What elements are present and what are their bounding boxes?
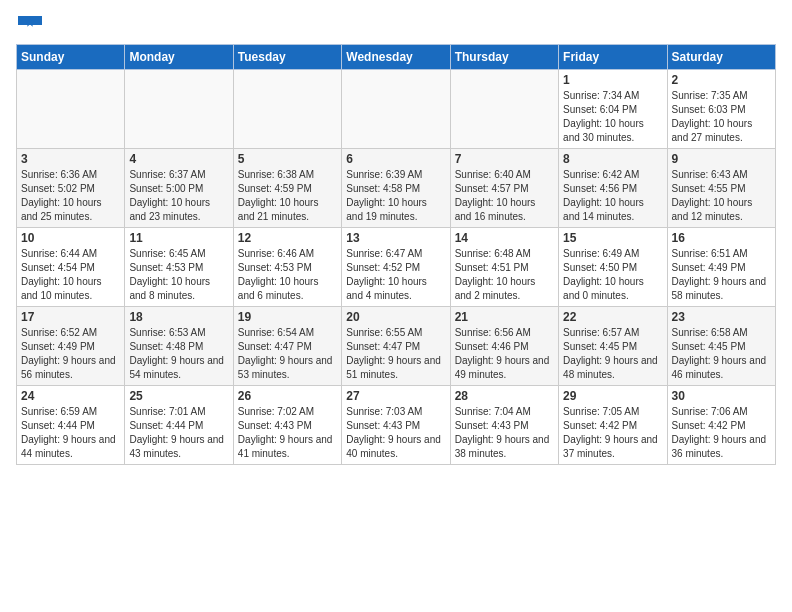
day-info: Sunrise: 6:48 AM Sunset: 4:51 PM Dayligh… [455,247,554,303]
day-info: Sunrise: 6:46 AM Sunset: 4:53 PM Dayligh… [238,247,337,303]
day-number: 25 [129,389,228,403]
calendar-cell: 27Sunrise: 7:03 AM Sunset: 4:43 PM Dayli… [342,386,450,465]
day-number: 26 [238,389,337,403]
week-row-1: 3Sunrise: 6:36 AM Sunset: 5:02 PM Daylig… [17,149,776,228]
day-number: 10 [21,231,120,245]
day-number: 17 [21,310,120,324]
day-number: 19 [238,310,337,324]
day-number: 20 [346,310,445,324]
day-number: 5 [238,152,337,166]
day-info: Sunrise: 6:58 AM Sunset: 4:45 PM Dayligh… [672,326,771,382]
day-info: Sunrise: 6:44 AM Sunset: 4:54 PM Dayligh… [21,247,120,303]
calendar-cell: 6Sunrise: 6:39 AM Sunset: 4:58 PM Daylig… [342,149,450,228]
calendar-cell: 9Sunrise: 6:43 AM Sunset: 4:55 PM Daylig… [667,149,775,228]
day-info: Sunrise: 6:47 AM Sunset: 4:52 PM Dayligh… [346,247,445,303]
weekday-header-sunday: Sunday [17,45,125,70]
day-number: 18 [129,310,228,324]
calendar-cell: 1Sunrise: 7:34 AM Sunset: 6:04 PM Daylig… [559,70,667,149]
calendar-cell [342,70,450,149]
day-info: Sunrise: 6:52 AM Sunset: 4:49 PM Dayligh… [21,326,120,382]
day-number: 27 [346,389,445,403]
calendar-cell: 17Sunrise: 6:52 AM Sunset: 4:49 PM Dayli… [17,307,125,386]
calendar-cell: 12Sunrise: 6:46 AM Sunset: 4:53 PM Dayli… [233,228,341,307]
day-number: 2 [672,73,771,87]
day-info: Sunrise: 7:02 AM Sunset: 4:43 PM Dayligh… [238,405,337,461]
day-info: Sunrise: 6:56 AM Sunset: 4:46 PM Dayligh… [455,326,554,382]
week-row-2: 10Sunrise: 6:44 AM Sunset: 4:54 PM Dayli… [17,228,776,307]
day-info: Sunrise: 6:49 AM Sunset: 4:50 PM Dayligh… [563,247,662,303]
weekday-header-monday: Monday [125,45,233,70]
day-number: 28 [455,389,554,403]
day-number: 13 [346,231,445,245]
calendar-cell [450,70,558,149]
calendar-cell: 11Sunrise: 6:45 AM Sunset: 4:53 PM Dayli… [125,228,233,307]
calendar-cell: 16Sunrise: 6:51 AM Sunset: 4:49 PM Dayli… [667,228,775,307]
calendar-table: SundayMondayTuesdayWednesdayThursdayFrid… [16,44,776,465]
calendar-cell: 20Sunrise: 6:55 AM Sunset: 4:47 PM Dayli… [342,307,450,386]
calendar-cell: 7Sunrise: 6:40 AM Sunset: 4:57 PM Daylig… [450,149,558,228]
calendar-cell [125,70,233,149]
day-number: 1 [563,73,662,87]
day-info: Sunrise: 6:55 AM Sunset: 4:47 PM Dayligh… [346,326,445,382]
day-number: 16 [672,231,771,245]
day-number: 9 [672,152,771,166]
calendar-cell: 22Sunrise: 6:57 AM Sunset: 4:45 PM Dayli… [559,307,667,386]
weekday-header-friday: Friday [559,45,667,70]
day-info: Sunrise: 7:03 AM Sunset: 4:43 PM Dayligh… [346,405,445,461]
day-number: 4 [129,152,228,166]
calendar-cell: 13Sunrise: 6:47 AM Sunset: 4:52 PM Dayli… [342,228,450,307]
calendar-cell: 4Sunrise: 6:37 AM Sunset: 5:00 PM Daylig… [125,149,233,228]
day-info: Sunrise: 7:06 AM Sunset: 4:42 PM Dayligh… [672,405,771,461]
day-number: 21 [455,310,554,324]
logo [16,16,42,34]
calendar-cell: 23Sunrise: 6:58 AM Sunset: 4:45 PM Dayli… [667,307,775,386]
calendar-cell: 18Sunrise: 6:53 AM Sunset: 4:48 PM Dayli… [125,307,233,386]
day-info: Sunrise: 6:42 AM Sunset: 4:56 PM Dayligh… [563,168,662,224]
day-number: 15 [563,231,662,245]
calendar-cell: 14Sunrise: 6:48 AM Sunset: 4:51 PM Dayli… [450,228,558,307]
weekday-header-row: SundayMondayTuesdayWednesdayThursdayFrid… [17,45,776,70]
calendar-cell: 28Sunrise: 7:04 AM Sunset: 4:43 PM Dayli… [450,386,558,465]
calendar-cell: 10Sunrise: 6:44 AM Sunset: 4:54 PM Dayli… [17,228,125,307]
day-number: 12 [238,231,337,245]
weekday-header-tuesday: Tuesday [233,45,341,70]
day-number: 24 [21,389,120,403]
calendar-cell: 25Sunrise: 7:01 AM Sunset: 4:44 PM Dayli… [125,386,233,465]
day-info: Sunrise: 6:54 AM Sunset: 4:47 PM Dayligh… [238,326,337,382]
weekday-header-saturday: Saturday [667,45,775,70]
day-number: 6 [346,152,445,166]
day-info: Sunrise: 6:57 AM Sunset: 4:45 PM Dayligh… [563,326,662,382]
day-info: Sunrise: 6:37 AM Sunset: 5:00 PM Dayligh… [129,168,228,224]
day-number: 30 [672,389,771,403]
calendar-cell: 15Sunrise: 6:49 AM Sunset: 4:50 PM Dayli… [559,228,667,307]
logo-flag-icon [18,16,42,34]
calendar-cell: 3Sunrise: 6:36 AM Sunset: 5:02 PM Daylig… [17,149,125,228]
day-info: Sunrise: 6:59 AM Sunset: 4:44 PM Dayligh… [21,405,120,461]
day-number: 7 [455,152,554,166]
day-info: Sunrise: 7:05 AM Sunset: 4:42 PM Dayligh… [563,405,662,461]
day-number: 14 [455,231,554,245]
calendar-cell: 8Sunrise: 6:42 AM Sunset: 4:56 PM Daylig… [559,149,667,228]
week-row-3: 17Sunrise: 6:52 AM Sunset: 4:49 PM Dayli… [17,307,776,386]
weekday-header-wednesday: Wednesday [342,45,450,70]
calendar-cell: 2Sunrise: 7:35 AM Sunset: 6:03 PM Daylig… [667,70,775,149]
day-number: 29 [563,389,662,403]
calendar-cell: 29Sunrise: 7:05 AM Sunset: 4:42 PM Dayli… [559,386,667,465]
day-number: 23 [672,310,771,324]
day-number: 22 [563,310,662,324]
calendar-cell: 26Sunrise: 7:02 AM Sunset: 4:43 PM Dayli… [233,386,341,465]
day-info: Sunrise: 6:36 AM Sunset: 5:02 PM Dayligh… [21,168,120,224]
day-info: Sunrise: 7:34 AM Sunset: 6:04 PM Dayligh… [563,89,662,145]
calendar-cell: 5Sunrise: 6:38 AM Sunset: 4:59 PM Daylig… [233,149,341,228]
calendar-cell [233,70,341,149]
day-info: Sunrise: 6:39 AM Sunset: 4:58 PM Dayligh… [346,168,445,224]
day-number: 3 [21,152,120,166]
week-row-0: 1Sunrise: 7:34 AM Sunset: 6:04 PM Daylig… [17,70,776,149]
page-header [16,16,776,34]
day-info: Sunrise: 6:40 AM Sunset: 4:57 PM Dayligh… [455,168,554,224]
day-info: Sunrise: 7:01 AM Sunset: 4:44 PM Dayligh… [129,405,228,461]
calendar-cell: 30Sunrise: 7:06 AM Sunset: 4:42 PM Dayli… [667,386,775,465]
calendar-cell: 24Sunrise: 6:59 AM Sunset: 4:44 PM Dayli… [17,386,125,465]
day-info: Sunrise: 6:51 AM Sunset: 4:49 PM Dayligh… [672,247,771,303]
svg-rect-1 [18,25,42,34]
